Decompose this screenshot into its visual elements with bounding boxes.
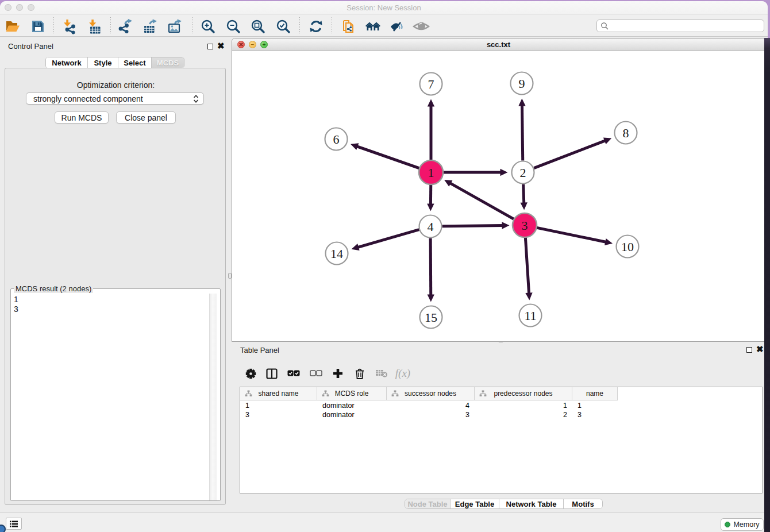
delete-table-icon[interactable] — [374, 368, 389, 379]
graph-edge-4-14[interactable] — [358, 230, 419, 248]
graph-edge-arrowhead — [518, 98, 525, 106]
open-session-pages-icon[interactable] — [338, 18, 357, 35]
graph-edge-arrowhead — [428, 99, 434, 107]
column-header-shared-name[interactable]: shared name — [240, 387, 317, 400]
zoom-fit-icon[interactable] — [249, 18, 267, 35]
search-input[interactable] — [609, 22, 764, 30]
table-cell[interactable]: 1 — [245, 401, 317, 410]
table-panel-tabs: Node TableEdge TableNetwork TableMotifs — [405, 499, 603, 509]
column-header-label: predecessor nodes — [494, 390, 552, 398]
graph-edge-4-3[interactable] — [442, 225, 502, 226]
unselect-all-columns-icon[interactable] — [309, 368, 324, 379]
table-tab-node-table[interactable]: Node Table — [405, 499, 451, 508]
table-tab-motifs[interactable]: Motifs — [564, 499, 602, 508]
table-cell[interactable]: 4 — [387, 401, 469, 410]
select-all-columns-icon[interactable] — [286, 368, 301, 379]
table-tab-network-table[interactable]: Network Table — [499, 499, 564, 508]
control-panel-tab-mcds[interactable]: MCDS — [152, 57, 184, 68]
node-table[interactable]: shared nameMCDS rolesuccessor nodesprede… — [240, 387, 763, 494]
table-cell[interactable]: 3 — [245, 410, 317, 419]
function-builder-icon: f(x) — [395, 368, 410, 379]
graph-edge-4-15[interactable] — [430, 238, 431, 295]
run-mcds-button[interactable]: Run MCDS — [55, 111, 109, 124]
graph-edge-2-3[interactable] — [523, 184, 524, 203]
show-panel-icon[interactable] — [412, 18, 430, 35]
control-panel-close-icon[interactable]: ✖ — [217, 43, 225, 49]
table-settings-icon[interactable] — [243, 368, 258, 379]
task-history-button[interactable] — [6, 518, 22, 530]
control-panel-tab-style[interactable]: Style — [88, 57, 118, 68]
export-network-icon[interactable] — [116, 18, 134, 35]
column-layout-icon[interactable] — [264, 368, 279, 379]
graph-node-label-3: 3 — [522, 218, 528, 233]
column-header-name[interactable]: name — [572, 387, 618, 400]
table-cell[interactable]: 3 — [578, 410, 618, 419]
home-icon[interactable] — [364, 18, 382, 35]
save-session-icon[interactable] — [29, 18, 47, 35]
control-panel-tabs: NetworkStyleSelectMCDS — [45, 57, 184, 68]
table-cell[interactable]: 1 — [475, 401, 567, 410]
table-cell[interactable]: 1 — [578, 401, 618, 410]
add-column-icon[interactable] — [330, 368, 345, 379]
table-cell[interactable]: dominator — [322, 401, 387, 410]
column-header-MCDS-role[interactable]: MCDS role — [317, 387, 387, 400]
network-window-title: scc.txt — [232, 40, 765, 49]
graph-edge-arrowhead — [500, 169, 508, 176]
graph-edge-1-6[interactable] — [357, 147, 419, 168]
criterion-dropdown[interactable]: strongly connected component — [26, 92, 204, 105]
mcds-result-scrollbar[interactable] — [209, 294, 217, 500]
mcds-result-item[interactable]: 1 — [14, 295, 220, 304]
mcds-result-list[interactable]: 13 — [11, 293, 220, 500]
status-bar: Memory — [0, 512, 768, 532]
toolbar-separator — [332, 17, 332, 34]
close-panel-button[interactable]: Close panel — [116, 111, 176, 124]
control-panel-tab-network[interactable]: Network — [46, 57, 88, 68]
graph-edge-arrowhead — [502, 222, 509, 229]
main-toolbar — [0, 15, 768, 37]
import-table-icon[interactable] — [86, 18, 104, 35]
graph-node-label-8: 8 — [623, 126, 629, 140]
search-box[interactable] — [596, 20, 764, 32]
column-header-label: shared name — [258, 390, 298, 398]
table-panel-close-icon[interactable]: ✖ — [756, 346, 764, 353]
table-cell[interactable]: dominator — [322, 410, 387, 419]
toolbar-separator — [299, 17, 300, 34]
graph-edge-3-10[interactable] — [536, 228, 606, 242]
control-panel-float-icon[interactable] — [207, 44, 213, 49]
graph-edge-3-11[interactable] — [525, 237, 529, 293]
graph-edge-2-9[interactable] — [522, 105, 522, 160]
first-neighbors-icon[interactable] — [307, 18, 325, 35]
export-image-icon[interactable] — [165, 18, 184, 35]
table-panel-float-icon[interactable] — [746, 347, 752, 353]
export-table-icon[interactable] — [141, 18, 159, 35]
graph-edge-2-8[interactable] — [534, 141, 605, 168]
control-panel-tab-select[interactable]: Select — [118, 57, 152, 68]
search-icon — [600, 22, 609, 30]
node-table-header[interactable]: shared nameMCDS rolesuccessor nodesprede… — [240, 387, 618, 400]
zoom-selected-icon[interactable] — [274, 18, 292, 35]
background-window-edge — [764, 38, 770, 532]
mcds-result-item[interactable]: 3 — [14, 304, 220, 314]
column-header-predecessor-nodes[interactable]: predecessor nodes — [475, 387, 572, 400]
hide-panel-icon[interactable] — [388, 18, 406, 35]
graph-edge-arrowhead — [351, 244, 359, 250]
zoom-in-icon[interactable] — [199, 18, 217, 35]
criterion-value: strongly connected component — [33, 94, 193, 103]
network-graph-canvas[interactable]: 1234678910111415 — [232, 51, 765, 341]
graph-node-label-2: 2 — [520, 165, 526, 180]
task-list-icon — [9, 520, 18, 528]
zoom-out-icon[interactable] — [224, 18, 242, 35]
graph-edge-3-1[interactable] — [451, 183, 515, 219]
window-title: Session: New Session — [0, 3, 768, 12]
graph-edge-arrowhead — [428, 294, 434, 302]
toolbar-separator — [53, 17, 54, 34]
graph-edge-arrowhead — [525, 292, 532, 300]
column-header-successor-nodes[interactable]: successor nodes — [387, 387, 475, 400]
open-file-icon[interactable] — [3, 18, 22, 35]
table-cell[interactable]: 2 — [475, 410, 567, 419]
import-network-icon[interactable] — [60, 18, 79, 35]
table-tab-edge-table[interactable]: Edge Table — [451, 499, 499, 508]
delete-column-icon[interactable] — [352, 368, 367, 379]
memory-button[interactable]: Memory — [721, 518, 764, 531]
table-cell[interactable]: 3 — [387, 410, 469, 419]
